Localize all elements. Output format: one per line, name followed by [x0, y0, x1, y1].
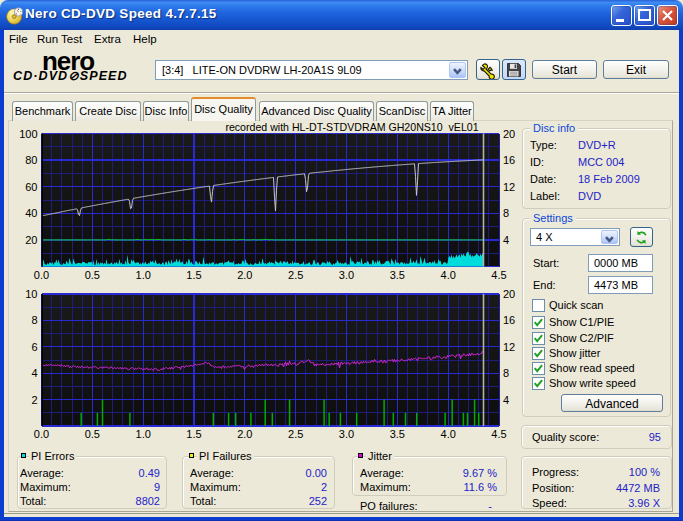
svg-text:80: 80: [25, 154, 37, 166]
svg-text:6: 6: [31, 341, 37, 353]
svg-text:0.0: 0.0: [34, 428, 49, 440]
svg-text:12: 12: [503, 181, 515, 193]
svg-text:3.0: 3.0: [339, 269, 354, 281]
svg-text:2: 2: [31, 394, 37, 406]
svg-text:1.0: 1.0: [136, 428, 151, 440]
svg-text:4: 4: [503, 394, 509, 406]
svg-text:100: 100: [19, 128, 37, 140]
svg-text:4.5: 4.5: [491, 428, 506, 440]
svg-text:60: 60: [25, 181, 37, 193]
svg-text:16: 16: [503, 154, 515, 166]
svg-text:20: 20: [503, 128, 515, 140]
svg-text:2.0: 2.0: [237, 428, 252, 440]
svg-text:20: 20: [25, 234, 37, 246]
svg-text:3.5: 3.5: [390, 269, 405, 281]
svg-text:2.5: 2.5: [288, 269, 303, 281]
svg-text:3.5: 3.5: [390, 428, 405, 440]
svg-text:4.5: 4.5: [491, 269, 506, 281]
svg-text:40: 40: [25, 207, 37, 219]
svg-text:4.0: 4.0: [441, 269, 456, 281]
svg-text:20: 20: [503, 288, 515, 300]
svg-text:4: 4: [31, 367, 37, 379]
svg-text:16: 16: [503, 314, 515, 326]
svg-text:0.0: 0.0: [34, 269, 49, 281]
svg-text:recorded with HL-DT-STDVDRAM G: recorded with HL-DT-STDVDRAM GH20NS10 vE…: [225, 121, 478, 133]
svg-text:2.0: 2.0: [237, 269, 252, 281]
svg-text:10: 10: [25, 288, 37, 300]
svg-text:12: 12: [503, 341, 515, 353]
svg-text:2.5: 2.5: [288, 428, 303, 440]
svg-text:1.5: 1.5: [186, 269, 201, 281]
svg-text:8: 8: [31, 314, 37, 326]
svg-text:3.0: 3.0: [339, 428, 354, 440]
svg-text:4.0: 4.0: [441, 428, 456, 440]
svg-text:1.0: 1.0: [136, 269, 151, 281]
svg-text:8: 8: [503, 367, 509, 379]
svg-text:8: 8: [503, 207, 509, 219]
svg-text:0.5: 0.5: [85, 428, 100, 440]
svg-text:0.5: 0.5: [85, 269, 100, 281]
svg-text:1.5: 1.5: [186, 428, 201, 440]
svg-text:4: 4: [503, 234, 509, 246]
